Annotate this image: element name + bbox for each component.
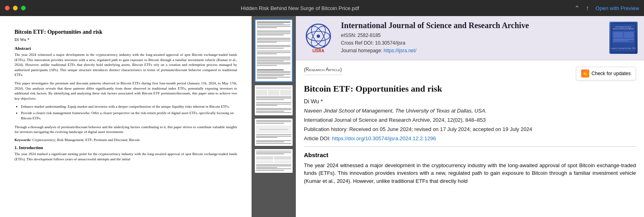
pdf-thumb-2[interactable] [255,85,293,115]
svg-text:Research Journal Archive, INDI: Research Journal Archive, INDIA [611,47,636,49]
thumb-line [257,52,291,53]
pdf-abstract-label: Abstract [14,46,237,51]
article-divider [304,146,636,147]
thumb-line [257,35,284,35]
pdf-thumb-3[interactable] [255,119,293,146]
open-with-preview-button[interactable]: Open with Preview [596,5,639,11]
doi-label: Article DOI: [304,135,330,141]
article-citation: International Journal of Science and Res… [304,117,636,123]
thumb-line [256,112,291,113]
thumb-line [256,102,291,103]
thumb-line [257,70,284,70]
homepage-label: Journal homepage: [341,48,382,53]
crossref-label: Cross Ref DOI: [341,40,374,46]
svg-rect-14 [613,41,629,41]
check-updates-area: ↻ Check for updates [576,67,636,80]
thumb-line [257,62,291,63]
thumb-line [257,77,291,78]
thumb-line [257,48,284,49]
thumb-line [256,104,291,104]
thumb-3-content [255,119,293,146]
pdf-keywords: Keywords: Cryptocurrency; Risk Managemen… [14,138,237,142]
thumb-line [257,65,277,66]
journal-logo: IJSRA [302,22,334,54]
eissn-label: eISSN: [341,33,356,38]
article-doi: Article DOI: https://doi.org/10.30574/ij… [304,135,636,141]
thumb-line [256,136,291,137]
minimize-button[interactable] [13,6,18,10]
close-button[interactable] [5,6,10,10]
thumb-line [257,57,291,57]
thumb-line [256,98,291,98]
pdf-abstract-text2: This paper investigates the premium and … [14,81,237,101]
pdf-bullet-1: Enhance market understanding: Equip mark… [21,104,237,110]
pdf-abstract-text: The year 2024 witnessed a major developm… [14,52,237,78]
thumb-line [257,31,291,31]
window-title: Hidden Risk Behind New Surge of Bitcoin … [29,5,571,11]
thumb-line [256,123,284,124]
thumb-line [256,105,277,106]
pdf-main-page: Bitcoin ETF: Opportunities and risk Di W… [0,16,252,217]
check-updates-icon: ↻ [581,70,589,78]
thumb-line [256,168,291,169]
thumb-line [257,72,291,73]
pdf-thumb-1[interactable] [255,19,293,82]
thumb-line [257,25,291,25]
thumb-1-content [256,20,292,81]
research-article-label: (Research Article) [304,67,342,75]
nav-up-icon[interactable]: ⌃ [574,4,580,12]
thumb-line [257,42,277,43]
maximize-button[interactable] [21,6,26,10]
article-author: Di Wu * [304,98,636,104]
pdf-intro-title: 1. Introduction [14,145,237,150]
homepage-link[interactable]: https://ijsra.net/ [384,48,416,53]
thumb-line [257,27,277,28]
thumb-line [256,120,291,121]
article-panel: IJSRA International Journal of Science a… [296,16,644,217]
thumb-line [257,26,291,27]
thumb-line [257,53,277,54]
thumb-line [257,58,291,59]
journal-header: IJSRA International Journal of Science a… [296,16,644,60]
journal-name: International Journal of Science and Res… [341,21,603,30]
journal-cover-thumbnail: International Journal of Science and Res… [609,22,638,54]
svg-rect-12 [624,32,634,38]
thumb-line [256,108,291,109]
thumb-line [256,152,291,153]
journal-meta: eISSN: 2582-8185 Cross Ref DOI: 10.30574… [341,32,603,55]
thumb-line [257,39,291,40]
thumb-line [257,78,277,79]
pdf-thumb-4[interactable] [255,149,293,173]
thumb-line [257,59,291,60]
thumb-line [256,137,277,138]
thumb-line [257,51,291,51]
doi-link[interactable]: https://doi.org/10.30574/ijsra.2024.12.2… [332,135,436,141]
pdf-intro-text: The year 2024 marked a significant turni… [14,151,237,162]
thumb-line [256,109,291,110]
thumb-line [256,121,291,122]
pdf-keywords-values: Cryptocurrency; Risk Management; ETF; Pr… [32,138,140,142]
thumb-line [257,23,284,24]
thumb-line [256,154,284,154]
article-pub-history: Publication history: Received on 05 June… [304,126,636,132]
pdf-article-title: Bitcoin ETF: Opportunities and risk [14,29,237,35]
thumb-line [256,143,291,144]
thumb-line [256,96,291,97]
thumb-line [256,140,291,141]
svg-text:↻: ↻ [584,72,587,76]
article-title: Bitcoin ETF: Opportunities and risk [304,84,636,94]
journal-info: International Journal of Science and Res… [341,21,603,55]
svg-text:Science and Research Archive: Science and Research Archive [613,28,634,30]
article-body: (Research Article) ↻ Check for updates [296,60,644,192]
share-icon[interactable]: ↑ [586,4,589,12]
thumb-line [257,61,284,61]
thumb-line [256,170,284,171]
eissn-value: 2582-8185 [357,33,380,38]
thumb-line [256,151,291,151]
thumb-line [256,141,284,142]
thumb-line [257,41,291,41]
thumb-2-content [255,85,293,115]
crossref-doi: 10.30574/ijsra [375,40,405,46]
pdf-bullet-2: Provide a clearer risk management framew… [21,111,237,121]
check-for-updates-button[interactable]: ↻ Check for updates [576,67,636,80]
